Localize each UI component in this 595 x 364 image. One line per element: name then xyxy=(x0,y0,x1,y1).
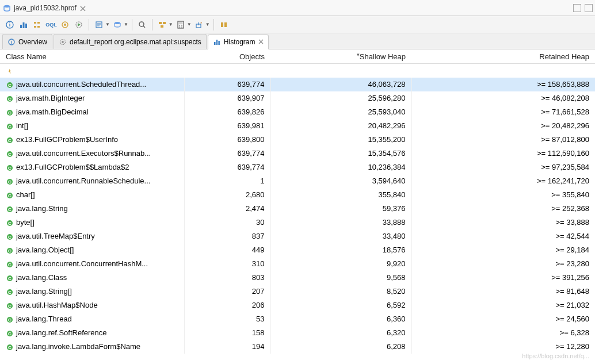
cell-shallow: 9,568 xyxy=(270,271,411,285)
cell-objects: 206 xyxy=(184,298,270,312)
cell-shallow: 6,360 xyxy=(270,312,411,326)
query-report-button[interactable] xyxy=(93,18,105,31)
svg-point-23 xyxy=(179,26,180,28)
maximize-icon[interactable] xyxy=(585,4,593,12)
filter-numeric[interactable] xyxy=(184,64,270,78)
cell-retained: >= 158,653,888 xyxy=(411,78,595,91)
search-button[interactable] xyxy=(136,18,148,31)
table-row[interactable]: Cjava.util.concurrent.Executors$Runnab..… xyxy=(0,147,595,160)
table-row[interactable]: Cjava.math.BigDecimal639,82625,593,040>=… xyxy=(0,105,595,119)
filter-numeric[interactable] xyxy=(270,64,411,78)
svg-text:C: C xyxy=(8,138,12,143)
table-row[interactable]: Cex13.FullGCProblem$$Lambda$2639,77410,2… xyxy=(0,160,595,174)
cell-retained: >= 355,840 xyxy=(411,188,595,202)
svg-text:C: C xyxy=(8,193,12,198)
column-shallow-heap[interactable]: ▾Shallow Heap xyxy=(270,49,411,64)
column-retained-heap[interactable]: Retained Heap xyxy=(411,49,595,64)
cell-shallow: 59,376 xyxy=(270,202,411,216)
oql-button[interactable]: OQL xyxy=(45,18,58,31)
cell-retained: >= 29,184 xyxy=(411,243,595,257)
table-row[interactable]: Cjava.lang.Thread536,360>= 24,560 xyxy=(0,312,595,326)
svg-text:C: C xyxy=(8,290,12,295)
compare-button[interactable] xyxy=(218,18,230,31)
svg-rect-33 xyxy=(216,40,218,45)
class-icon: C xyxy=(6,343,14,351)
cell-shallow: 6,320 xyxy=(270,326,411,340)
minimize-icon[interactable] xyxy=(573,4,581,12)
run-button[interactable] xyxy=(73,18,85,31)
svg-text:C: C xyxy=(8,152,12,157)
table-row[interactable]: Cjava.util.HashMap$Node2066,592>= 21,032 xyxy=(0,298,595,312)
cell-shallow: 33,480 xyxy=(270,229,411,243)
tab-close-icon[interactable] xyxy=(80,5,87,12)
thread-button[interactable] xyxy=(59,18,71,31)
dropdown-arrow-icon[interactable]: ▼ xyxy=(205,22,210,27)
group-button[interactable] xyxy=(156,18,169,31)
class-name: ex13.FullGCProblem$$Lambda$2 xyxy=(16,163,129,171)
svg-point-31 xyxy=(62,41,64,43)
svg-rect-5 xyxy=(25,24,27,28)
tab-histogram[interactable]: Histogram xyxy=(208,35,269,49)
info-button[interactable]: i xyxy=(3,18,16,31)
cell-shallow: 8,520 xyxy=(270,285,411,298)
svg-rect-26 xyxy=(221,22,223,27)
cell-retained: >= 21,032 xyxy=(411,298,595,312)
cell-retained: >= 42,544 xyxy=(411,229,595,243)
table-row[interactable]: Cjava.lang.Class8039,568>= 391,256 xyxy=(0,271,595,285)
svg-text:C: C xyxy=(8,345,12,350)
file-name: java_pid15032.hprof xyxy=(14,4,77,12)
column-class-name[interactable]: Class Name xyxy=(0,49,184,64)
calculator-button[interactable] xyxy=(174,18,187,31)
cell-objects: 207 xyxy=(184,285,270,298)
cell-retained: >= 6,328 xyxy=(411,326,595,340)
filter-numeric[interactable] xyxy=(411,64,595,78)
svg-point-22 xyxy=(181,25,182,26)
cell-objects: 639,826 xyxy=(184,105,270,119)
svg-text:C: C xyxy=(8,317,12,323)
cell-shallow: 46,063,728 xyxy=(270,78,411,91)
svg-rect-27 xyxy=(224,22,227,27)
heap-dump-button[interactable] xyxy=(111,18,124,31)
table-header: Class Name Objects ▾Shallow Heap Retaine… xyxy=(0,49,595,64)
class-icon: C xyxy=(6,316,14,324)
cell-objects: 639,774 xyxy=(184,160,270,174)
table-row[interactable]: Cjava.util.concurrent.ConcurrentHashM...… xyxy=(0,257,595,271)
tab-default-report[interactable]: default_report org.eclipse.mat.api:suspe… xyxy=(54,34,207,49)
table-row[interactable]: Cjava.lang.String2,47459,376>= 252,368 xyxy=(0,202,595,216)
titlebar: java_pid15032.hprof xyxy=(0,0,595,16)
tab-overview[interactable]: i Overview xyxy=(2,34,52,49)
table-row[interactable]: Cjava.lang.Object[]44918,576>= 29,184 xyxy=(0,243,595,257)
table-row[interactable]: Cjava.util.concurrent.ScheduledThread...… xyxy=(0,78,595,91)
separator xyxy=(152,19,152,30)
svg-text:C: C xyxy=(8,179,12,185)
histogram-button[interactable] xyxy=(17,18,30,31)
table-row[interactable]: Cchar[]2,680355,840>= 355,840 xyxy=(0,188,595,202)
table-row[interactable]: Cint[]639,98120,482,296>= 20,482,296 xyxy=(0,119,595,133)
table-row[interactable]: Cjava.util.concurrent.RunnableSchedule..… xyxy=(0,174,595,188)
class-name: java.math.BigDecimal xyxy=(16,108,89,116)
svg-text:C: C xyxy=(8,110,12,116)
dropdown-arrow-icon[interactable]: ▼ xyxy=(187,22,192,27)
table-row[interactable]: Cbyte[]3033,888>= 33,888 xyxy=(0,216,595,229)
table-row[interactable]: Cjava.lang.ref.SoftReference1586,320>= 6… xyxy=(0,326,595,340)
svg-point-11 xyxy=(64,24,66,26)
class-icon: C xyxy=(6,329,14,338)
export-button[interactable] xyxy=(193,18,205,31)
class-icon: C xyxy=(6,288,14,296)
cell-objects: 2,680 xyxy=(184,188,270,202)
class-name: java.util.concurrent.Executors$Runnab... xyxy=(16,149,151,158)
table-row[interactable]: Cjava.lang.String[]2078,520>= 81,648 xyxy=(0,285,595,298)
table-row[interactable]: Cjava.lang.invoke.LambdaForm$Name1946,20… xyxy=(0,340,595,354)
dropdown-arrow-icon[interactable]: ▼ xyxy=(105,22,110,27)
table-row[interactable]: Cex13.FullGCProblem$UserInfo639,80015,35… xyxy=(0,133,595,147)
dropdown-arrow-icon[interactable]: ▼ xyxy=(124,22,128,27)
filter-row[interactable] xyxy=(0,64,595,78)
table-row[interactable]: Cjava.math.BigInteger639,90725,596,280>=… xyxy=(0,91,595,105)
table-row[interactable]: Cjava.util.TreeMap$Entry83733,480>= 42,5… xyxy=(0,229,595,243)
tree-button[interactable] xyxy=(31,18,44,31)
dropdown-arrow-icon[interactable]: ▼ xyxy=(169,22,173,27)
close-icon[interactable] xyxy=(258,39,264,45)
cell-objects: 30 xyxy=(184,216,270,229)
column-objects[interactable]: Objects xyxy=(184,49,270,64)
cell-objects: 310 xyxy=(184,257,270,271)
